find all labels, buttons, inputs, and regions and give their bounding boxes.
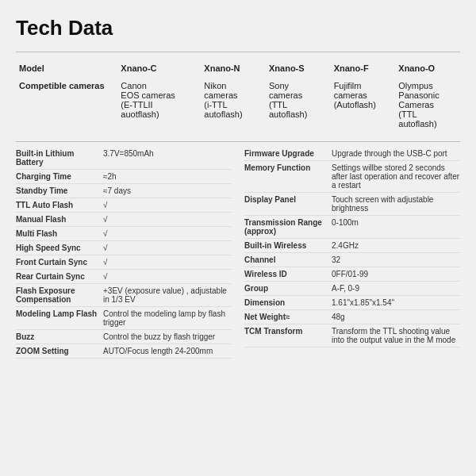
col-header-xnanon: Xnano-N	[201, 60, 266, 78]
spec-value: Settings willbe stored 2 seconds after l…	[332, 163, 460, 190]
spec-row-right-1: Memory Function Settings willbe stored 2…	[244, 161, 460, 193]
spec-label: Dimension	[244, 298, 332, 307]
col-header-xnanoo: Xnano-O	[395, 60, 460, 78]
spec-row-left-4: Manual Flash √	[16, 213, 232, 227]
compat-canon: Canon EOS cameras (E-TTLII auotflash)	[117, 78, 201, 132]
col-header-xnanos: Xnano-S	[266, 60, 331, 78]
spec-label: Display Panel	[244, 195, 332, 204]
spec-value: Touch screen with adjustable brightness	[332, 195, 460, 213]
spec-row-left-7: Front Curtain Sync √	[16, 255, 232, 270]
spec-label: Multi Flash	[16, 229, 103, 238]
spec-value: 0-100m	[332, 218, 460, 227]
col-header-xnanof: Xnano-F	[331, 60, 396, 78]
spec-label: TCM Transform	[244, 327, 332, 336]
mid-divider	[16, 141, 460, 142]
col-header-xnanoc: Xnano-C	[117, 60, 201, 78]
spec-label: Built-in Lithium Battery	[16, 149, 103, 167]
spec-label: Flash Exposure Compensation	[16, 286, 103, 304]
spec-label: ZOOM Setting	[16, 347, 103, 355]
spec-row-right-0: Firmware Upgrade Upgrade through the USB…	[244, 147, 460, 161]
spec-row-left-0: Built-in Lithium Battery 3.7V=850mAh	[16, 147, 232, 170]
spec-label: Built-in Wireless	[244, 241, 332, 250]
spec-value: √	[103, 215, 232, 224]
spec-value: √	[103, 258, 232, 267]
spec-value: ≈2h	[103, 172, 232, 181]
specs-left-col: Built-in Lithium Battery 3.7V=850mAh Cha…	[16, 147, 238, 359]
spec-label: Front Curtain Sync	[16, 258, 103, 267]
spec-value: ≈7 days	[103, 186, 232, 195]
spec-value: 0FF/01-99	[332, 270, 460, 278]
spec-label: Standby Time	[16, 186, 103, 195]
spec-label: Transmission Range (approx)	[244, 218, 332, 236]
spec-value: √	[103, 244, 232, 252]
spec-value: √	[103, 229, 232, 238]
specs-grid: Built-in Lithium Battery 3.7V=850mAh Cha…	[16, 147, 460, 359]
spec-value: 48g	[332, 313, 460, 321]
spec-row-right-3: Transmission Range (approx) 0-100m	[244, 216, 460, 239]
spec-row-left-6: High Speed Sync √	[16, 241, 232, 255]
spec-row-right-10: TCM Transform Transform the TTL shooting…	[244, 324, 460, 347]
spec-row-left-1: Charging Time ≈2h	[16, 170, 232, 184]
spec-row-left-3: TTL Auto Flash √	[16, 198, 232, 213]
spec-value: 1.61"x1.85"x1.54"	[332, 298, 460, 307]
spec-row-right-2: Display Panel Touch screen with adjustab…	[244, 193, 460, 216]
spec-value: Control the modeling lamp by flash trigg…	[103, 309, 232, 327]
spec-label: Rear Curtain Sync	[16, 272, 103, 281]
col-header-model: Model	[16, 60, 117, 78]
spec-label: Modeling Lamp Flash	[16, 309, 103, 318]
spec-row-left-9: Flash Exposure Compensation +3EV (exposu…	[16, 284, 232, 307]
spec-value: +3EV (exposure value) , adjustable in 1/…	[103, 286, 232, 304]
spec-value: Control the buzz by flash trigger	[103, 332, 232, 341]
spec-row-right-7: Group A-F, 0-9	[244, 282, 460, 296]
spec-label: Memory Function	[244, 163, 332, 172]
spec-value: 32	[332, 255, 460, 264]
compat-sony: Sony cameras (TTL autoflash)	[266, 78, 331, 132]
spec-label: TTL Auto Flash	[16, 201, 103, 209]
spec-row-left-11: Buzz Control the buzz by flash trigger	[16, 330, 232, 344]
spec-row-left-12: ZOOM Setting AUTO/Focus length 24-200mm	[16, 344, 232, 359]
spec-value: AUTO/Focus length 24-200mm	[103, 347, 232, 355]
spec-label: Net Weight≈	[244, 313, 332, 321]
spec-label: Group	[244, 284, 332, 293]
spec-row-left-8: Rear Curtain Sync √	[16, 270, 232, 284]
spec-value: 3.7V=850mAh	[103, 149, 232, 158]
specs-right-col: Firmware Upgrade Upgrade through the USB…	[238, 147, 460, 359]
spec-row-right-5: Channel 32	[244, 253, 460, 267]
spec-row-left-2: Standby Time ≈7 days	[16, 184, 232, 198]
spec-value: √	[103, 272, 232, 281]
model-table: Model Xnano-C Xnano-N Xnano-S Xnano-F Xn…	[16, 60, 460, 132]
spec-value: A-F, 0-9	[332, 284, 460, 293]
page-title: Tech Data	[16, 16, 460, 40]
compatible-cameras-row: Competible cameras Canon EOS cameras (E-…	[16, 78, 460, 132]
spec-value: Upgrade through the USB-C port	[332, 149, 460, 158]
spec-row-right-6: Wireless ID 0FF/01-99	[244, 267, 460, 282]
top-divider	[16, 52, 460, 52]
spec-label: Charging Time	[16, 172, 103, 181]
spec-row-left-5: Multi Flash √	[16, 227, 232, 241]
spec-label: High Speed Sync	[16, 244, 103, 252]
spec-row-left-10: Modeling Lamp Flash Control the modeling…	[16, 307, 232, 330]
spec-label: Channel	[244, 255, 332, 264]
spec-value: Transform the TTL shooting value into th…	[332, 327, 460, 344]
spec-row-right-4: Built-in Wireless 2.4GHz	[244, 239, 460, 253]
spec-value: √	[103, 201, 232, 209]
spec-label: Wireless ID	[244, 270, 332, 278]
spec-value: 2.4GHz	[332, 241, 460, 250]
spec-row-right-8: Dimension 1.61"x1.85"x1.54"	[244, 296, 460, 310]
compat-olympus: Olympus Panasonic Cameras (TTL autoflash…	[395, 78, 460, 132]
spec-label: Manual Flash	[16, 215, 103, 224]
spec-label: Firmware Upgrade	[244, 149, 332, 158]
compat-fujifilm: Fujifilm cameras (Autoflash)	[331, 78, 396, 132]
compat-label: Competible cameras	[16, 78, 117, 132]
spec-label: Buzz	[16, 332, 103, 341]
compat-nikon: Nikon cameras (i-TTL autoflash)	[201, 78, 266, 132]
spec-row-right-9: Net Weight≈ 48g	[244, 310, 460, 324]
